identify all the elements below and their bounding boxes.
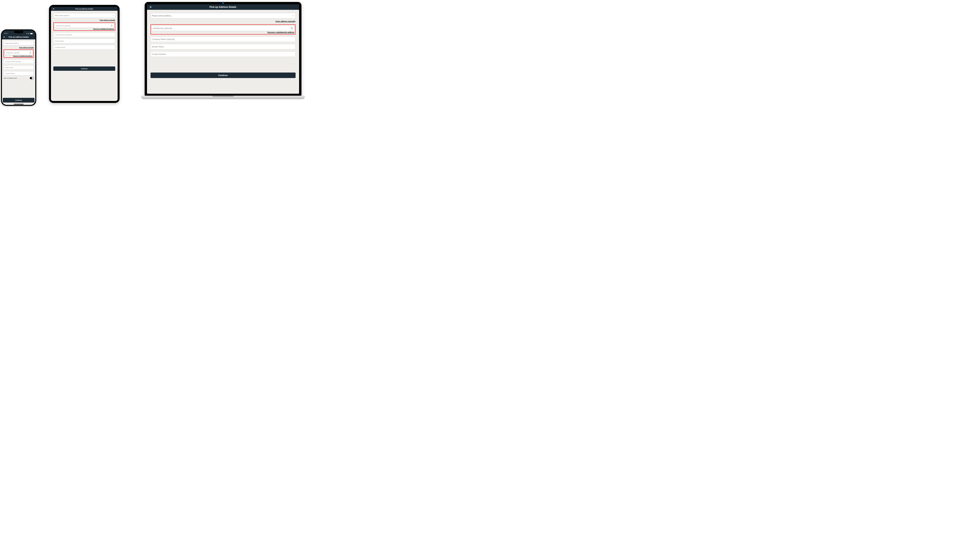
svg-point-10 <box>291 27 293 29</box>
page-title: Pick-up Address Details <box>51 8 118 10</box>
form-body: Please select address... Enter address m… <box>2 40 35 97</box>
continue-button[interactable]: Continue <box>53 67 115 71</box>
address-select[interactable]: Please select address... <box>3 41 34 45</box>
enter-manually-link[interactable]: Enter address manually <box>275 21 296 22</box>
status-time: 9:47 <box>4 33 7 34</box>
laptop-base <box>141 96 305 99</box>
back-button[interactable] <box>3 36 5 38</box>
svg-point-7 <box>111 25 112 26</box>
search-icon[interactable] <box>111 25 113 27</box>
enter-manually-link[interactable]: Enter address manually <box>19 47 34 48</box>
spacer <box>53 51 115 65</box>
laptop-device-frame: Pick-up Address Details Please select ad… <box>141 2 305 104</box>
search-icon[interactable] <box>29 52 31 54</box>
phone-notch <box>14 31 23 33</box>
signal-icon: ıll <box>26 33 27 34</box>
network-label: 5G <box>28 33 30 34</box>
moon-icon: ☾ <box>8 33 9 34</box>
back-button[interactable] <box>52 8 55 10</box>
continue-button[interactable]: Continue <box>151 73 296 78</box>
address-select-placeholder: Please select address... <box>152 15 173 17</box>
contact-number-field[interactable] <box>3 71 34 75</box>
spacer <box>151 59 296 70</box>
address-select[interactable]: Please select address... <box>53 13 115 18</box>
laptop-lid: Pick-up Address Details Please select ad… <box>145 2 301 96</box>
company-name-field[interactable] <box>53 32 115 37</box>
tablet-screen: Pick-up Address Details Please select ad… <box>51 7 118 101</box>
sender-name-field[interactable] <box>151 44 296 49</box>
contact-number-field[interactable] <box>151 51 296 57</box>
sender-name-input[interactable] <box>55 40 114 42</box>
app-bar: Pick-up Address Details <box>147 4 299 10</box>
svg-rect-1 <box>30 33 32 34</box>
form-body: Please select address... Enter address m… <box>147 10 299 94</box>
spacer <box>3 81 34 96</box>
page-title: Pick-up Address Details <box>2 36 35 38</box>
svg-line-5 <box>30 53 31 54</box>
app-bar: Pick-up Address Details <box>51 7 118 11</box>
svg-point-4 <box>30 52 31 53</box>
address-select-placeholder: Please select address... <box>55 15 70 16</box>
sender-name-field[interactable] <box>3 65 34 70</box>
svg-line-8 <box>112 26 113 27</box>
company-name-field[interactable] <box>151 37 296 42</box>
contact-number-input[interactable] <box>152 53 294 55</box>
sender-name-input[interactable] <box>152 46 294 48</box>
chevron-down-icon <box>112 15 114 16</box>
battery-icon <box>30 33 33 34</box>
what3words-highlight: Discover a what3words address <box>53 22 115 31</box>
continue-button[interactable]: Continue <box>3 98 35 102</box>
discover-w3w-link[interactable]: Discover a what3words address <box>13 55 33 57</box>
chevron-down-icon <box>292 14 294 17</box>
contact-number-input[interactable] <box>5 73 32 74</box>
save-to-book-toggle[interactable] <box>30 77 34 79</box>
contact-number-input[interactable] <box>55 46 114 48</box>
what3words-input[interactable] <box>153 27 291 29</box>
address-select[interactable]: Please select address... <box>151 13 296 18</box>
laptop-camera-icon <box>223 3 224 4</box>
search-icon[interactable] <box>291 27 293 29</box>
phone-screen: 9:47 ☾ ıll 5G Pick-up Address Details <box>2 30 35 105</box>
save-to-book-label: Save to address book <box>3 77 17 79</box>
save-to-book-row: Save to address book <box>3 77 34 79</box>
discover-w3w-link[interactable]: Discover a what3words address <box>93 28 114 30</box>
tablet-camera-icon <box>84 5 85 6</box>
company-name-input[interactable] <box>152 38 294 40</box>
what3words-highlight: Discover a what3words address <box>151 24 296 35</box>
app-bar: Pick-up Address Details <box>2 35 35 40</box>
what3words-field[interactable] <box>5 51 33 55</box>
laptop-screen: Pick-up Address Details Please select ad… <box>147 4 299 94</box>
what3words-field[interactable] <box>54 24 114 28</box>
what3words-input[interactable] <box>6 52 29 54</box>
chevron-down-icon <box>31 42 32 44</box>
sender-name-input[interactable] <box>5 67 32 68</box>
home-indicator[interactable] <box>14 104 24 105</box>
enter-manually-link[interactable]: Enter address manually <box>100 19 115 21</box>
sender-name-field[interactable] <box>53 38 115 43</box>
contact-number-field[interactable] <box>53 45 115 49</box>
what3words-input[interactable] <box>56 25 111 27</box>
address-select-placeholder: Please select address... <box>5 43 19 44</box>
phone-device-frame: 9:47 ☾ ıll 5G Pick-up Address Details <box>1 29 36 106</box>
company-name-field[interactable] <box>3 59 34 64</box>
company-name-input[interactable] <box>55 34 114 36</box>
what3words-field[interactable] <box>152 26 294 31</box>
page-title: Pick-up Address Details <box>147 6 299 8</box>
what3words-highlight: Discover a what3words address <box>3 49 34 58</box>
company-name-input[interactable] <box>5 61 32 62</box>
tablet-device-frame: Pick-up Address Details Please select ad… <box>49 5 119 103</box>
svg-line-11 <box>292 29 293 29</box>
discover-w3w-link[interactable]: Discover a what3words address <box>267 31 294 33</box>
form-body: Please select address... Enter address m… <box>51 11 118 101</box>
back-button[interactable] <box>150 5 153 9</box>
